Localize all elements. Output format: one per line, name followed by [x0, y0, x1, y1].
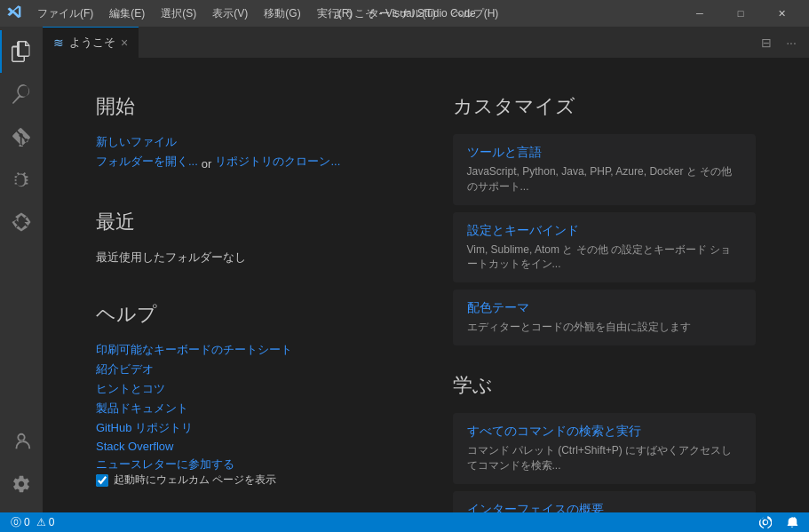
- activity-explorer-icon[interactable]: [0, 30, 43, 73]
- customize-card-0[interactable]: ツールと言語 JavaScript, Python, Java, PHP, Az…: [453, 134, 757, 205]
- customize-card-2-title: 配色テーマ: [467, 300, 742, 316]
- menu-file[interactable]: ファイル(F): [30, 4, 100, 23]
- help-docs-link[interactable]: 製品ドキュメント: [96, 401, 400, 417]
- tab-close-button[interactable]: ×: [121, 36, 128, 50]
- menu-view[interactable]: 表示(V): [205, 4, 255, 23]
- more-actions-button[interactable]: ···: [781, 32, 802, 53]
- customize-card-0-desc: JavaScript, Python, Java, PHP, Azure, Do…: [467, 164, 742, 195]
- welcome-tab[interactable]: ≋ ようこそ ×: [43, 27, 139, 58]
- show-welcome-label[interactable]: 起動時にウェルカム ページを表示: [114, 472, 276, 488]
- learn-card-1-title: インターフェイスの概要: [467, 502, 742, 512]
- menu-edit[interactable]: 編集(E): [102, 4, 152, 23]
- status-notifications-icon[interactable]: [782, 516, 802, 528]
- recent-heading: 最近: [96, 209, 400, 235]
- tab-actions: ⊟ ···: [756, 32, 809, 53]
- learn-card-1[interactable]: インターフェイスの概要 UI の主要コンポーネントを解説した視覚オーバーレイを表…: [453, 491, 757, 512]
- welcome-wrapper: 開始 新しいファイル フォルダーを開く... or リポジトリのクローン... …: [43, 58, 809, 512]
- customize-section: カスタマイズ ツールと言語 JavaScript, Python, Java, …: [453, 93, 757, 345]
- recent-section: 最近 最近使用したフォルダーなし: [96, 209, 400, 266]
- clone-repo-link[interactable]: リポジトリのクローン...: [215, 154, 340, 170]
- show-welcome-checkbox[interactable]: [96, 474, 108, 487]
- open-folder-row: フォルダーを開く... or リポジトリのクローン...: [96, 154, 400, 173]
- help-cheatsheet-link[interactable]: 印刷可能なキーボードのチートシート: [96, 342, 400, 358]
- customize-card-1-title: 設定とキーバインド: [467, 223, 742, 239]
- learn-card-0[interactable]: すべてのコマンドの検索と実行 コマンド パレット (Ctrl+Shift+P) …: [453, 413, 757, 484]
- minimize-button[interactable]: ─: [679, 0, 720, 27]
- split-editor-button[interactable]: ⊟: [756, 32, 777, 53]
- app-body: ≋ ようこそ × ⊟ ··· 開始 新しいファイル フォルダーを開く... or: [0, 27, 809, 512]
- customize-card-1-desc: Vim, Sublime, Atom と その他 の設定とキーボード ショートカ…: [467, 242, 742, 273]
- status-bar: ⓪ 0 ⚠ 0: [0, 512, 809, 532]
- customize-card-0-title: ツールと言語: [467, 145, 742, 161]
- tab-label: ようこそ: [69, 35, 115, 51]
- open-folder-link[interactable]: フォルダーを開く...: [96, 154, 198, 170]
- maximize-button[interactable]: □: [720, 0, 761, 27]
- error-icon: ⓪: [11, 515, 21, 530]
- start-section: 開始 新しいファイル フォルダーを開く... or リポジトリのクローン... …: [96, 93, 400, 512]
- learn-card-0-title: すべてのコマンドの検索と実行: [467, 424, 742, 440]
- no-recent-text: 最近使用したフォルダーなし: [96, 250, 246, 264]
- status-bar-left: ⓪ 0 ⚠ 0: [7, 515, 58, 530]
- status-errors[interactable]: ⓪ 0 ⚠ 0: [7, 515, 58, 530]
- right-column: カスタマイズ ツールと言語 JavaScript, Python, Java, …: [453, 93, 757, 512]
- customize-card-2-desc: エディターとコードの外観を自由に設定します: [467, 320, 742, 335]
- new-file-link[interactable]: 新しいファイル: [96, 134, 400, 150]
- help-newsletter-link[interactable]: ニュースレターに参加する: [96, 457, 400, 472]
- welcome-page: 開始 新しいファイル フォルダーを開く... or リポジトリのクローン... …: [43, 58, 809, 512]
- learn-card-0-desc: コマンド パレット (Ctrl+Shift+P) にすばやくアクセスしてコマンド…: [467, 443, 742, 473]
- activity-git-icon[interactable]: [0, 115, 43, 158]
- or-text: or: [202, 157, 212, 171]
- vscode-logo-icon: [7, 4, 21, 22]
- help-github-link[interactable]: GitHub リポジトリ: [96, 420, 400, 436]
- tab-bar: ≋ ようこそ × ⊟ ···: [43, 27, 809, 58]
- learn-section: 学ぶ すべてのコマンドの検索と実行 コマンド パレット (Ctrl+Shift+…: [453, 372, 757, 512]
- warning-count: 0: [49, 516, 55, 528]
- start-heading: 開始: [96, 93, 400, 120]
- activity-bar: [0, 27, 43, 512]
- learn-heading: 学ぶ: [453, 372, 757, 399]
- main-content: ≋ ようこそ × ⊟ ··· 開始 新しいファイル フォルダーを開く... or: [43, 27, 809, 512]
- menu-select[interactable]: 選択(S): [154, 4, 203, 23]
- warning-icon: ⚠: [36, 516, 46, 528]
- close-button[interactable]: ✕: [761, 0, 802, 27]
- customize-heading: カスタマイズ: [453, 93, 757, 120]
- help-heading: ヘルプ: [96, 301, 400, 328]
- help-tips-link[interactable]: ヒントとコツ: [96, 381, 400, 397]
- tab-welcome-icon: ≋: [53, 36, 64, 50]
- activity-debug-icon[interactable]: [0, 158, 43, 201]
- customize-card-1[interactable]: 設定とキーバインド Vim, Sublime, Atom と その他 の設定とキ…: [453, 212, 757, 283]
- help-videos-link[interactable]: 紹介ビデオ: [96, 361, 400, 377]
- activity-extensions-icon[interactable]: [0, 201, 43, 243]
- menu-go[interactable]: 移動(G): [257, 4, 307, 23]
- title-bar: ファイル(F) 編集(E) 選択(S) 表示(V) 移動(G) 実行(R) ター…: [0, 0, 809, 27]
- error-count: 0: [24, 516, 30, 528]
- activity-settings-icon[interactable]: [0, 463, 43, 505]
- status-broadcast-icon[interactable]: [756, 516, 775, 528]
- customize-card-2[interactable]: 配色テーマ エディターとコードの外観を自由に設定します: [453, 290, 757, 345]
- activity-search-icon[interactable]: [0, 73, 43, 115]
- activity-account-icon[interactable]: [0, 420, 43, 463]
- window-controls: ─ □ ✕: [679, 0, 802, 27]
- help-stackoverflow-link[interactable]: Stack Overflow: [96, 440, 400, 453]
- activity-bar-bottom: [0, 420, 43, 512]
- show-welcome-section: 起動時にウェルカム ページを表示: [96, 472, 276, 488]
- status-bar-right: [756, 516, 802, 528]
- window-title: ようこそ - Visual Studio Code: [333, 6, 476, 21]
- help-section: ヘルプ 印刷可能なキーボードのチートシート 紹介ビデオ ヒントとコツ 製品ドキュ…: [96, 301, 400, 472]
